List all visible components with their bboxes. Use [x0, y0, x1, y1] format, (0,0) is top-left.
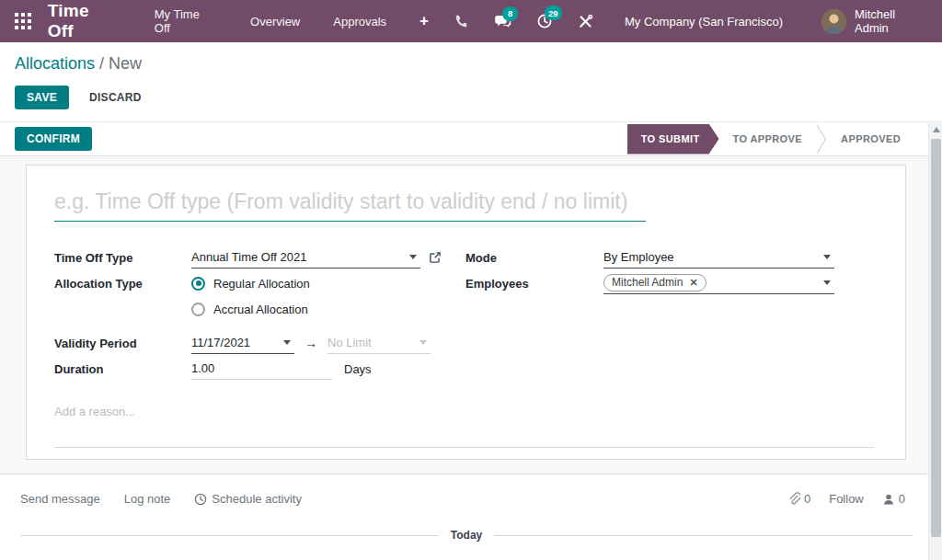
- chevron-down-icon[interactable]: [419, 340, 427, 345]
- employees-row: Employees Mitchell Admin ✕: [465, 270, 878, 296]
- app-title[interactable]: Time Off: [48, 1, 120, 41]
- breadcrumb-allocations-link[interactable]: Allocations: [15, 54, 95, 73]
- today-label: Today: [451, 529, 482, 542]
- follow-button[interactable]: Follow: [829, 492, 864, 506]
- chevron-down-icon[interactable]: [283, 340, 291, 345]
- company-switcher[interactable]: My Company (San Francisco): [625, 15, 783, 29]
- mode-label: Mode: [465, 251, 603, 265]
- scrollbar-thumb[interactable]: [931, 139, 941, 537]
- validity-end-input[interactable]: [327, 336, 416, 349]
- phone-icon[interactable]: [454, 14, 469, 29]
- today-divider: Today: [20, 529, 922, 542]
- chevron-down-icon[interactable]: [409, 255, 417, 259]
- title-field: [54, 189, 646, 222]
- followers-count: 0: [899, 492, 905, 506]
- validity-period-row: Validity Period →: [54, 330, 465, 356]
- grid-icon: [15, 13, 31, 29]
- breadcrumb-separator: /: [95, 54, 109, 73]
- chevron-right-icon: [816, 124, 827, 154]
- duration-label: Duration: [54, 362, 191, 376]
- log-note-button[interactable]: Log note: [124, 492, 171, 506]
- attachments-count: 0: [804, 492, 810, 506]
- form-view: Time Off Type Allocation Type Regular Al…: [0, 156, 942, 474]
- validity-end-field: [327, 332, 431, 354]
- navbar: Time Off My Time Off Overview Approvals …: [0, 0, 942, 42]
- nav-overview[interactable]: Overview: [250, 15, 300, 29]
- messages-icon[interactable]: 8: [494, 14, 511, 29]
- time-off-allocation-page: Time Off My Time Off Overview Approvals …: [0, 0, 942, 560]
- duration-row: Duration Days: [54, 356, 465, 382]
- chevron-down-icon[interactable]: [823, 280, 831, 285]
- save-button[interactable]: SAVE: [15, 86, 69, 109]
- mode-input[interactable]: [603, 250, 820, 264]
- followers-button[interactable]: 0: [882, 492, 905, 506]
- tag-remove-icon[interactable]: ✕: [689, 277, 697, 289]
- attachments-button[interactable]: 0: [787, 492, 810, 506]
- allocation-type-label: Allocation Type: [54, 277, 191, 291]
- systray: 8 29 My Company (San Francisco) Mitchell…: [429, 7, 929, 35]
- plus-icon[interactable]: +: [419, 12, 429, 30]
- external-link-icon[interactable]: [429, 251, 442, 264]
- employee-tag[interactable]: Mitchell Admin ✕: [603, 274, 706, 291]
- vertical-scrollbar[interactable]: [928, 120, 942, 560]
- duration-input[interactable]: [191, 361, 332, 375]
- breadcrumb: Allocations / New: [15, 54, 927, 74]
- confirm-button[interactable]: CONFIRM: [15, 127, 92, 151]
- statusbar: CONFIRM TO SUBMIT TO APPROVE APPROVED: [0, 122, 942, 156]
- time-off-type-input[interactable]: [191, 250, 406, 264]
- person-icon: [882, 493, 895, 506]
- form-columns: Time Off Type Allocation Type Regular Al…: [54, 245, 878, 382]
- reason-input[interactable]: [54, 405, 643, 418]
- breadcrumb-current: New: [109, 54, 142, 73]
- reason-row: [54, 403, 878, 419]
- activities-badge: 29: [545, 6, 562, 20]
- time-off-type-field: [191, 246, 420, 269]
- radio-accrual-allocation[interactable]: [191, 303, 205, 316]
- apps-menu-icon[interactable]: [11, 9, 35, 33]
- status-step-to-submit[interactable]: TO SUBMIT: [627, 124, 719, 154]
- form-column-left: Time Off Type Allocation Type Regular Al…: [54, 245, 465, 382]
- allocation-type-row-2: Accrual Allocation: [54, 296, 465, 322]
- paperclip-icon: [787, 492, 800, 506]
- app-menu: My Time Off Overview Approvals +: [155, 7, 429, 35]
- employee-tag-label: Mitchell Admin: [612, 276, 683, 289]
- discard-button[interactable]: DISCARD: [82, 86, 149, 109]
- allocation-type-row: Allocation Type Regular Allocation: [54, 270, 465, 296]
- chatter-meta: 0 Follow 0: [787, 492, 922, 506]
- title-input[interactable]: [54, 189, 646, 214]
- validity-start-input[interactable]: [191, 336, 280, 349]
- control-panel-buttons: SAVE DISCARD: [15, 86, 927, 109]
- chatter: Send message Log note Schedule activity …: [0, 474, 942, 560]
- nav-my-time-off[interactable]: My Time Off: [155, 7, 217, 35]
- clock-icon: [194, 493, 207, 506]
- nav-approvals[interactable]: Approvals: [333, 15, 386, 29]
- schedule-activity-button[interactable]: Schedule activity: [194, 492, 302, 506]
- duration-field: [191, 358, 332, 380]
- chevron-down-icon[interactable]: [823, 255, 831, 259]
- radio-regular-allocation-label[interactable]: Regular Allocation: [213, 277, 310, 291]
- time-off-type-label: Time Off Type: [54, 251, 191, 265]
- control-panel: Allocations / New SAVE DISCARD: [0, 42, 942, 122]
- form-column-right: Mode Employees Mitchell Admin ✕: [465, 245, 878, 382]
- duration-unit: Days: [344, 362, 372, 376]
- form-sheet: Time Off Type Allocation Type Regular Al…: [26, 165, 906, 460]
- employees-field[interactable]: Mitchell Admin ✕: [603, 272, 834, 294]
- radio-regular-allocation[interactable]: [191, 277, 205, 291]
- status-step-approved[interactable]: APPROVED: [827, 124, 914, 154]
- tools-icon[interactable]: [578, 14, 593, 29]
- validity-period-label: Validity Period: [54, 337, 191, 350]
- status-step-to-approve[interactable]: TO APPROVE: [719, 124, 817, 154]
- time-off-type-row: Time Off Type: [54, 245, 465, 270]
- activities-icon[interactable]: 29: [536, 13, 553, 29]
- user-menu[interactable]: Mitchell Admin: [855, 7, 929, 35]
- scroll-up-icon[interactable]: [933, 127, 940, 132]
- sheet-divider: [54, 447, 874, 448]
- radio-accrual-allocation-label[interactable]: Accrual Allocation: [213, 303, 308, 316]
- messages-badge: 8: [502, 6, 518, 21]
- mode-row: Mode: [465, 245, 878, 270]
- avatar[interactable]: [821, 9, 846, 34]
- validity-start-field: [191, 332, 294, 354]
- send-message-button[interactable]: Send message: [20, 492, 100, 506]
- chatter-buttons: Send message Log note Schedule activity: [20, 492, 302, 506]
- chatter-toolbar: Send message Log note Schedule activity …: [20, 492, 922, 506]
